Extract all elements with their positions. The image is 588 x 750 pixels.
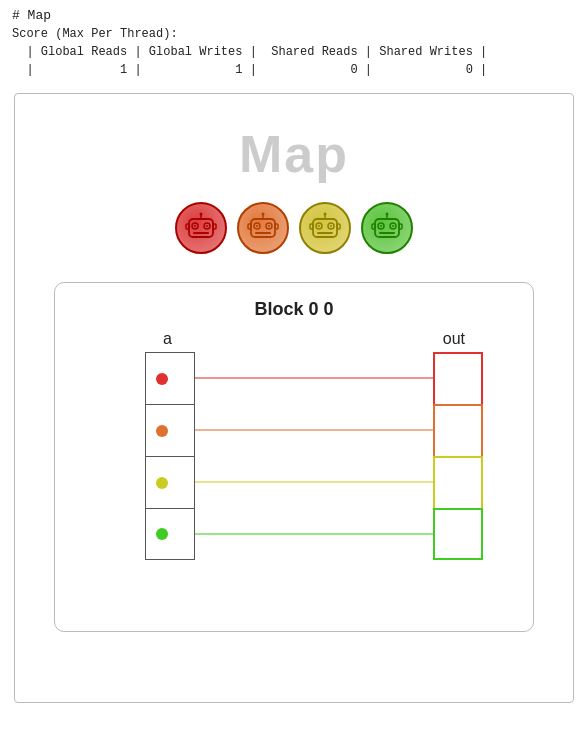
svg-point-23 <box>262 213 265 216</box>
cell-out-3 <box>433 508 483 560</box>
svg-rect-12 <box>213 224 216 229</box>
svg-rect-37 <box>310 224 313 229</box>
block-container: Block 0 0 a out <box>54 282 534 632</box>
svg-rect-25 <box>275 224 278 229</box>
dot-a-0 <box>156 373 168 385</box>
svg-point-10 <box>200 213 203 216</box>
svg-rect-51 <box>399 224 402 229</box>
cell-out-1 <box>433 404 483 456</box>
cell-out-2 <box>433 456 483 508</box>
score-label: Score (Max Per Thread): <box>12 27 576 41</box>
dot-a-1 <box>156 425 168 437</box>
robot-3 <box>361 202 413 254</box>
svg-point-42 <box>380 225 382 227</box>
svg-point-17 <box>268 225 270 227</box>
cell-a-3 <box>145 508 195 560</box>
svg-rect-38 <box>337 224 340 229</box>
col-out-label: out <box>443 330 465 348</box>
robot-2 <box>299 202 351 254</box>
robot-0 <box>175 202 227 254</box>
svg-point-3 <box>194 225 196 227</box>
array-out <box>433 352 483 560</box>
top-section: # Map Score (Max Per Thread): | Global R… <box>0 0 588 85</box>
map-title: Map <box>239 124 349 184</box>
col-a-label: a <box>163 330 172 348</box>
svg-point-49 <box>386 213 389 216</box>
svg-point-30 <box>330 225 332 227</box>
dot-a-2 <box>156 477 168 489</box>
svg-rect-11 <box>186 224 189 229</box>
cell-a-2 <box>145 456 195 508</box>
svg-point-43 <box>392 225 394 227</box>
svg-point-4 <box>206 225 208 227</box>
svg-rect-50 <box>372 224 375 229</box>
dot-a-3 <box>156 528 168 540</box>
page-title: # Map <box>12 8 576 23</box>
robot-1 <box>237 202 289 254</box>
cell-a-1 <box>145 404 195 456</box>
score-table-values: | 1 | 1 | 0 | 0 | <box>12 61 576 79</box>
cell-out-0 <box>433 352 483 404</box>
svg-point-16 <box>256 225 258 227</box>
svg-rect-24 <box>248 224 251 229</box>
main-canvas: Map <box>14 93 574 703</box>
block-title: Block 0 0 <box>55 299 533 320</box>
svg-point-36 <box>324 213 327 216</box>
score-table-header: | Global Reads | Global Writes | Shared … <box>12 43 576 61</box>
block-inner: a out <box>55 330 533 620</box>
robots-row <box>175 202 413 254</box>
cell-a-0 <box>145 352 195 404</box>
array-a <box>145 352 195 560</box>
svg-point-29 <box>318 225 320 227</box>
